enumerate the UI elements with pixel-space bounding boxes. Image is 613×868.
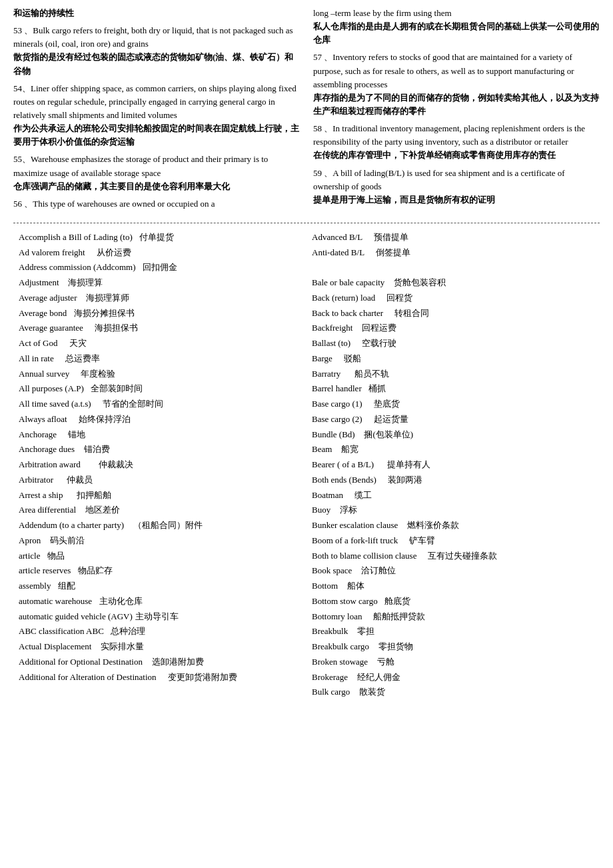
list-item: Annual survey 年度检验: [19, 367, 301, 382]
list-item: Ad valorem freight 从价运费: [19, 245, 301, 261]
left-p0: 和运输的持续性: [13, 7, 300, 20]
list-item: Average guarantee 海损担保书: [19, 321, 301, 336]
list-item: Act of God 天灾: [19, 336, 301, 351]
list-item: Bottom stow cargo 舱底货: [312, 594, 594, 609]
list-item: assembly 组配: [19, 579, 301, 594]
list-item: All in rate 总运费率: [19, 351, 301, 367]
list-item: Barge 驳船: [312, 351, 594, 367]
list-item: Anchorage dues 锚泊费: [19, 442, 301, 457]
list-item: Book space 洽订舱位: [312, 563, 594, 579]
list-item: Adjustment 海损理算: [19, 275, 301, 291]
top-section: 和运输的持续性 53 、Bulk cargo refers to freight…: [13, 7, 600, 219]
right-p3: 59 、A bill of lading(B/L) is used for se…: [313, 167, 600, 207]
list-item: Both ends (Bends) 装卸两港: [312, 473, 594, 488]
list-item: automatic warehouse 主动化仓库: [19, 594, 301, 609]
list-item: article reserves 物品贮存: [19, 563, 301, 579]
list-item: Addendum (to a charter party) （租船合同）附件: [19, 518, 301, 533]
left-p2: 54、Liner offer shipping space, as common…: [13, 82, 300, 149]
right-p0: long –term lease by the firm using them …: [313, 7, 600, 47]
list-item: Backfreight 回程运费: [312, 321, 594, 336]
list-item: Both to blame collision clause 互有过失碰撞条款: [312, 549, 594, 564]
list-item: Boatman 缆工: [312, 488, 594, 503]
list-item: Boom of a fork-lift truck 铲车臂: [312, 533, 594, 549]
list-item: Advanced B/L 预借提单: [312, 230, 594, 245]
list-item: Back to back charter 转租合同: [312, 306, 594, 321]
list-item: Bottom 船体: [312, 579, 594, 594]
left-p4: 56 、This type of warehouses are owned or…: [13, 197, 300, 211]
section-divider: [13, 223, 600, 223]
list-item: article 物品: [19, 549, 301, 564]
list-item: Bunker escalation clause 燃料涨价条款: [312, 518, 594, 533]
list-item: ABC classification ABC 总种治理: [19, 624, 301, 639]
right-p1: 57 、Inventory refers to stocks of good t…: [313, 51, 600, 118]
list-item: Area differential 地区差价: [19, 503, 301, 518]
list-item: Ballast (to) 空载行驶: [312, 336, 594, 351]
list-item: Buoy 浮标: [312, 503, 594, 518]
list-item: All time saved (a.t.s) 节省的全部时间: [19, 397, 301, 412]
list-item: Broken stowage 亏舱: [312, 655, 594, 670]
list-item: Additional for Alteration of Destination…: [19, 670, 301, 685]
list-item: Bearer ( of a B/L) 提单持有人: [312, 457, 594, 473]
list-item: Arrest a ship 扣押船舶: [19, 488, 301, 503]
page: 和运输的持续性 53 、Bulk cargo refers to freight…: [0, 0, 613, 709]
list-item: Actual Displacement 实际排水量: [19, 639, 301, 655]
gloss-col-left: Accomplish a Bill of Lading (to) 付单提货 Ad…: [13, 227, 306, 703]
list-item: Bulk cargo 散装货: [312, 685, 594, 700]
list-item: automatic guided vehicle (AGV)主动导引车: [19, 609, 301, 625]
right-p2: 58 、In traditional inventory management,…: [313, 122, 600, 162]
left-p1: 53 、Bulk cargo refers to freight, both d…: [13, 24, 300, 78]
list-item: Bundle (Bd) 捆(包装单位): [312, 427, 594, 443]
list-item: Barratry 船员不轨: [312, 367, 594, 382]
list-item: Anti-dated B/L 倒签提单: [312, 245, 594, 261]
list-item: Average adjuster 海损理算师: [19, 291, 301, 306]
list-item: Apron 码头前沿: [19, 533, 301, 549]
list-item: Bale or bale capacity 货舱包装容积: [312, 275, 594, 291]
list-item: Beam 船宽: [312, 442, 594, 457]
left-p3: 55、Warehouse emphasizes the storage of p…: [13, 153, 300, 193]
list-item: Bottomry loan 船舶抵押贷款: [312, 609, 594, 625]
list-item: Arbitration award 仲裁裁决: [19, 457, 301, 473]
list-item: Address commission (Addcomm) 回扣佣金: [19, 260, 301, 275]
list-item: All purposes (A.P) 全部装卸时间: [19, 381, 301, 397]
col-right: long –term lease by the firm using them …: [313, 7, 600, 215]
gloss-col-right: Advanced B/L 预借提单 Anti-dated B/L 倒签提单 Ba…: [306, 227, 600, 703]
list-item: [312, 260, 594, 275]
list-item: Accomplish a Bill of Lading (to) 付单提货: [19, 230, 301, 245]
list-item: Always afloat 始终保持浮泊: [19, 412, 301, 427]
list-item: Breakbulk 零担: [312, 624, 594, 639]
list-item: Breakbulk cargo 零担货物: [312, 639, 594, 655]
list-item: Average bond 海损分摊担保书: [19, 306, 301, 321]
list-item: Back (return) load 回程货: [312, 291, 594, 306]
list-item: Additional for Optional Destination 选卸港附…: [19, 655, 301, 670]
list-item: Anchorage 锚地: [19, 427, 301, 443]
list-item: Arbitrator 仲裁员: [19, 473, 301, 488]
col-left: 和运输的持续性 53 、Bulk cargo refers to freight…: [13, 7, 300, 215]
list-item: Base cargo (2) 起运货量: [312, 412, 594, 427]
list-item: Base cargo (1) 垫底货: [312, 397, 594, 412]
list-item: Brokerage 经纪人佣金: [312, 670, 594, 685]
list-item: Barrel handler 桶抓: [312, 381, 594, 397]
glossary-section: Accomplish a Bill of Lading (to) 付单提货 Ad…: [13, 227, 600, 703]
